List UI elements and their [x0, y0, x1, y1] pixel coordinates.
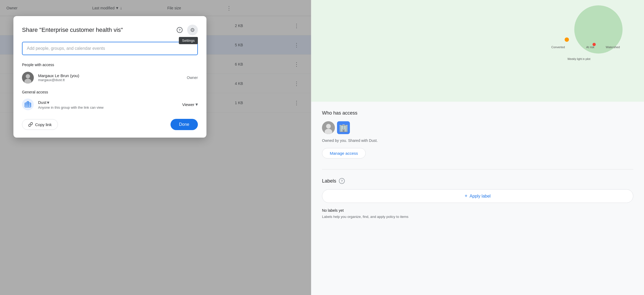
- access-description: Owned by you. Shared with Dust.: [322, 138, 633, 143]
- search-input[interactable]: [27, 46, 193, 51]
- divider: [322, 169, 633, 169]
- apply-label-text: Apply label: [470, 194, 491, 199]
- help-button[interactable]: ?: [174, 25, 185, 35]
- done-button[interactable]: Done: [171, 119, 198, 130]
- access-org-icon: [22, 99, 34, 110]
- person-info: Margaux Le Brun (you) margaux@dust.tt: [38, 73, 183, 82]
- user-avatar: [322, 121, 335, 134]
- plus-icon: +: [465, 193, 468, 199]
- modal-header: Share "Enterprise customer health vis" ?…: [22, 25, 198, 35]
- manage-access-button[interactable]: Manage access: [322, 148, 366, 158]
- svg-point-1: [326, 124, 331, 128]
- viewer-dropdown-arrow-icon: ▾: [195, 101, 198, 107]
- labels-section: Labels ? + Apply label No labels yet Lab…: [322, 178, 633, 220]
- svg-rect-7: [27, 101, 29, 103]
- access-info: Dust ▾ Anyone in this group with the lin…: [38, 100, 178, 109]
- modal-title: Share "Enterprise customer health vis": [22, 27, 123, 33]
- copy-link-button[interactable]: Copy link: [22, 119, 58, 130]
- share-modal: Share "Enterprise customer health vis" ?…: [13, 16, 206, 138]
- help-icon: ?: [177, 27, 183, 33]
- access-org-name: Dust: [38, 100, 46, 105]
- right-panel: Converted At risk Watershed Weekly light…: [311, 0, 644, 295]
- apply-label-button[interactable]: + Apply label: [322, 189, 633, 203]
- link-icon: [28, 122, 33, 127]
- svg-rect-6: [25, 103, 31, 107]
- org-avatar: 🏢: [337, 121, 350, 134]
- person-email: margaux@dust.tt: [38, 78, 183, 82]
- access-avatars: 🏢: [322, 121, 633, 134]
- modal-icon-group: ? ⚙ Settings: [174, 25, 198, 35]
- viewer-role-label: Viewer: [182, 102, 194, 107]
- search-wrapper[interactable]: [22, 42, 198, 55]
- settings-button[interactable]: ⚙: [187, 25, 198, 35]
- building-icon: 🏢: [339, 123, 348, 132]
- svg-point-4: [26, 74, 30, 78]
- map-label: Converted: [551, 46, 565, 49]
- person-role: Owner: [187, 75, 198, 80]
- person-avatar: [22, 72, 34, 84]
- general-access-row: Dust ▾ Anyone in this group with the lin…: [22, 99, 198, 110]
- labels-title: Labels: [322, 178, 336, 184]
- settings-tooltip: Settings: [179, 37, 198, 44]
- people-with-access-title: People with access: [22, 63, 198, 67]
- access-description: Anyone in this group with the link can v…: [38, 105, 178, 109]
- map-label: At risk: [586, 46, 594, 49]
- map-label: Watershed: [606, 46, 620, 49]
- modal-footer: Copy link Done: [22, 119, 198, 130]
- viewer-dropdown[interactable]: Viewer ▾: [182, 101, 198, 107]
- access-name: Dust ▾: [38, 100, 178, 105]
- copy-link-label: Copy link: [35, 122, 52, 127]
- person-row: Margaux Le Brun (you) margaux@dust.tt Ow…: [22, 72, 198, 84]
- who-has-access-title: Who has access: [322, 110, 633, 116]
- labels-help-text: Labels help you organize, find, and appl…: [322, 214, 633, 220]
- no-labels-text: No labels yet: [322, 208, 633, 213]
- dropdown-arrow-icon: ▾: [47, 100, 49, 105]
- map-preview: Converted At risk Watershed Weekly light…: [311, 0, 644, 102]
- person-name: Margaux Le Brun (you): [38, 73, 183, 78]
- panel-content: Who has access 🏢 Owned by you. Shared wi…: [311, 102, 644, 228]
- map-label-note: Weekly light in pilot: [568, 58, 590, 60]
- who-has-access-section: Who has access 🏢 Owned by you. Shared wi…: [322, 110, 633, 158]
- labels-header: Labels ?: [322, 178, 633, 184]
- access-name-dropdown[interactable]: Dust ▾: [38, 100, 49, 105]
- general-access-title: General access: [22, 90, 198, 94]
- map-dot-orange: [565, 37, 569, 42]
- gear-icon: ⚙: [190, 27, 195, 33]
- labels-help-icon[interactable]: ?: [339, 178, 345, 184]
